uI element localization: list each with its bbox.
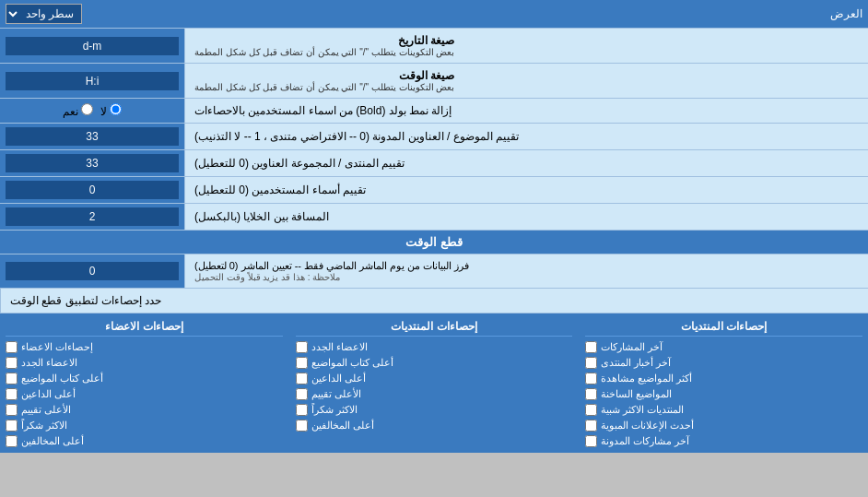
- list-item: الاكثر شكراً: [6, 418, 283, 433]
- topic-sort-text: تقييم الموضوع / العناوين المدونة (0 -- ا…: [194, 130, 519, 143]
- username-sort-input[interactable]: [6, 181, 179, 199]
- bold-yes-radio[interactable]: [81, 103, 93, 115]
- time-format-input-cell: [0, 64, 184, 98]
- bold-no-radio[interactable]: [110, 103, 122, 115]
- forum-sort-input[interactable]: [6, 154, 179, 172]
- checkbox-col2-6[interactable]: [296, 420, 308, 432]
- limit-label-cell: حدد إحصاءات لتطبيق قطع الوقت: [0, 289, 868, 313]
- username-sort-input-cell: [0, 177, 184, 203]
- checkbox-col1-2[interactable]: [585, 357, 597, 369]
- checkbox-col-1: إحصاءات المنتديات آخر المشاركات آخر أخبا…: [580, 314, 868, 453]
- date-format-main-label: صيغة التاريخ: [194, 34, 454, 47]
- date-format-label: صيغة التاريخ بعض التكوينات يتطلب "/" الت…: [184, 29, 868, 63]
- list-item: آخر أخبار المنتدى: [585, 355, 862, 371]
- bold-remove-radio-cell: لا نعم: [0, 99, 184, 123]
- checkbox-col-3: إحصاءات الاعضاء إحصاءات الاعضاء الاعضاء …: [0, 314, 288, 453]
- cutoff-row: فرز البيانات من يوم الماشر الماضي فقط --…: [0, 254, 868, 289]
- list-item: المواضيع الساخنة: [585, 386, 862, 402]
- username-sort-row: تقييم أسماء المستخدمين (0 للتعطيل): [0, 177, 868, 204]
- bold-remove-row: إزالة نمط بولد (Bold) من اسماء المستخدمي…: [0, 99, 868, 124]
- checkbox-col2-4[interactable]: [296, 388, 308, 400]
- time-format-input[interactable]: [6, 72, 179, 90]
- checkbox-col3-7[interactable]: [6, 435, 18, 447]
- checkbox-col2-5[interactable]: [296, 404, 308, 416]
- list-item: أعلى كتاب المواضيع: [6, 371, 283, 386]
- col1-header: إحصاءات المنتديات: [585, 317, 862, 337]
- username-sort-text: تقييم أسماء المستخدمين (0 للتعطيل): [194, 183, 366, 196]
- list-item: أعلى كتاب المواضيع: [296, 355, 573, 371]
- bold-radio-group: لا نعم: [63, 103, 123, 118]
- list-item: أكثر المواضيع مشاهدة: [585, 371, 862, 386]
- checkbox-col-2: إحصاءات المنتديات الاعضاء الجدد أعلى كتا…: [290, 314, 579, 453]
- main-container: العرض سطر واحدسطرانثلاثة أسطر صيغة التار…: [0, 0, 868, 453]
- list-item: الاعضاء الجدد: [6, 355, 283, 371]
- cell-spacing-input[interactable]: [6, 207, 179, 226]
- list-item: أعلى الداعين: [296, 371, 573, 386]
- bold-no-label: لا: [100, 103, 122, 118]
- cutoff-input-cell: [0, 254, 184, 288]
- forum-sort-row: تقييم المنتدى / المجموعة العناوين (0 للت…: [0, 150, 868, 177]
- time-format-row: صيغة الوقت بعض التكوينات يتطلب "/" التي …: [0, 64, 868, 99]
- list-item: الأعلى تقييم: [296, 386, 573, 402]
- cutoff-main-label: فرز البيانات من يوم الماشر الماضي فقط --…: [194, 260, 469, 272]
- topic-sort-row: تقييم الموضوع / العناوين المدونة (0 -- ا…: [0, 124, 868, 150]
- checkbox-col1-6[interactable]: [585, 420, 597, 432]
- checkbox-col1-3[interactable]: [585, 373, 597, 385]
- checkbox-col2-1[interactable]: [296, 341, 308, 353]
- checkbox-col1-5[interactable]: [585, 404, 597, 416]
- limit-label-text: حدد إحصاءات لتطبيق قطع الوقت: [10, 294, 161, 307]
- list-item: المنتديات الاكثر شبية: [585, 402, 862, 418]
- forum-sort-text: تقييم المنتدى / المجموعة العناوين (0 للت…: [194, 157, 405, 170]
- list-item: الاعضاء الجدد: [296, 339, 573, 355]
- display-select[interactable]: سطر واحدسطرانثلاثة أسطر: [6, 4, 82, 24]
- checkbox-col3-3[interactable]: [6, 373, 18, 385]
- forum-sort-label: تقييم المنتدى / المجموعة العناوين (0 للت…: [184, 150, 868, 176]
- checkbox-col3-1[interactable]: [6, 341, 18, 353]
- topic-sort-label: تقييم الموضوع / العناوين المدونة (0 -- ا…: [184, 124, 868, 149]
- date-format-input[interactable]: [6, 37, 179, 55]
- checkbox-col1-1[interactable]: [585, 341, 597, 353]
- time-format-label: صيغة الوقت بعض التكوينات يتطلب "/" التي …: [184, 64, 868, 98]
- list-item: الاكثر شكراً: [296, 402, 573, 418]
- username-sort-label: تقييم أسماء المستخدمين (0 للتعطيل): [184, 177, 868, 203]
- checkbox-col3-5[interactable]: [6, 404, 18, 416]
- topic-sort-input-cell: [0, 124, 184, 149]
- date-format-row: صيغة التاريخ بعض التكوينات يتطلب "/" الت…: [0, 29, 868, 64]
- list-item: أعلى المخالفين: [6, 433, 283, 449]
- cell-spacing-row: المسافة بين الخلايا (بالبكسل): [0, 204, 868, 231]
- cutoff-note-label: ملاحظة : هذا قد يزيد قبلاً وقت التحميل: [194, 272, 340, 282]
- cell-spacing-label: المسافة بين الخلايا (بالبكسل): [184, 204, 868, 230]
- list-item: أعلى المخالفين: [296, 418, 573, 433]
- checkbox-col2-2[interactable]: [296, 357, 308, 369]
- checkbox-col1-7[interactable]: [585, 435, 597, 447]
- col2-header: إحصاءات المنتديات: [296, 317, 573, 337]
- checkbox-col3-2[interactable]: [6, 357, 18, 369]
- time-format-main-label: صيغة الوقت: [194, 69, 454, 82]
- top-label: العرض: [821, 7, 862, 20]
- cutoff-header: قطع الوقت: [0, 231, 868, 254]
- checkbox-col1-4[interactable]: [585, 388, 597, 400]
- list-item: أعلى الداعين: [6, 386, 283, 402]
- checkboxes-grid: إحصاءات المنتديات آخر المشاركات آخر أخبا…: [0, 314, 868, 453]
- list-item: إحصاءات الاعضاء: [6, 339, 283, 355]
- top-row: العرض سطر واحدسطرانثلاثة أسطر: [0, 0, 868, 29]
- cutoff-label-cell: فرز البيانات من يوم الماشر الماضي فقط --…: [184, 254, 868, 288]
- list-item: أحدث الإعلانات المبوية: [585, 418, 862, 433]
- limit-row: حدد إحصاءات لتطبيق قطع الوقت: [0, 289, 868, 314]
- cell-spacing-input-cell: [0, 204, 184, 230]
- list-item: آخر مشاركات المدونة: [585, 433, 862, 449]
- bold-remove-label-cell: إزالة نمط بولد (Bold) من اسماء المستخدمي…: [184, 99, 868, 123]
- forum-sort-input-cell: [0, 150, 184, 176]
- list-item: آخر المشاركات: [585, 339, 862, 355]
- cell-spacing-text: المسافة بين الخلايا (بالبكسل): [194, 210, 329, 223]
- checkbox-col3-4[interactable]: [6, 388, 18, 400]
- bold-yes-label: نعم: [63, 103, 93, 118]
- time-format-sub-label: بعض التكوينات يتطلب "/" التي يمكن أن تضا…: [194, 82, 454, 92]
- checkbox-col3-6[interactable]: [6, 420, 18, 432]
- topic-sort-input[interactable]: [6, 127, 179, 146]
- list-item: الأعلى تقييم: [6, 402, 283, 418]
- date-format-input-cell: [0, 29, 184, 63]
- cutoff-input[interactable]: [6, 262, 179, 280]
- col3-header: إحصاءات الاعضاء: [6, 317, 283, 337]
- checkbox-col2-3[interactable]: [296, 373, 308, 385]
